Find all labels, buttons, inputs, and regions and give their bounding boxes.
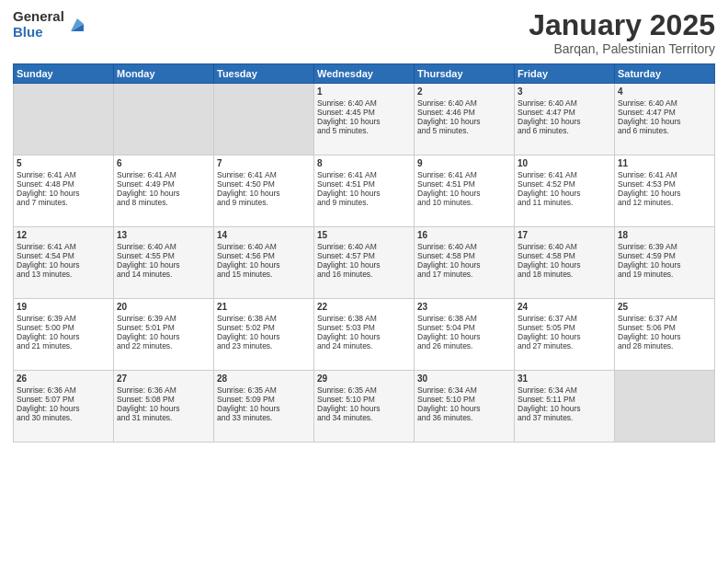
calendar-cell: 20Sunrise: 6:39 AMSunset: 5:01 PMDayligh… [114,299,214,371]
day-number: 7 [217,158,311,168]
day-info: and 13 minutes. [17,270,110,279]
day-info: and 18 minutes. [518,270,611,279]
day-info: Daylight: 10 hours [17,260,110,270]
calendar-cell: 26Sunrise: 6:36 AMSunset: 5:07 PMDayligh… [14,371,114,442]
day-info: and 23 minutes. [217,341,311,350]
day-info: Sunrise: 6:34 AM [518,385,611,395]
day-info: Sunset: 4:47 PM [618,108,711,117]
day-info: Sunset: 5:10 PM [417,395,511,404]
day-info: Sunrise: 6:38 AM [417,314,511,323]
day-info: and 8 minutes. [117,198,210,207]
day-info: Sunrise: 6:39 AM [618,242,711,251]
day-info: and 21 minutes. [17,341,110,350]
day-info: and 28 minutes. [618,341,711,350]
day-number: 30 [417,373,511,384]
day-info: Sunrise: 6:41 AM [417,170,511,179]
day-info: Daylight: 10 hours [518,117,611,126]
day-info: and 10 minutes. [417,198,511,207]
title-block: January 2025 Barqan, Palestinian Territo… [529,9,715,56]
day-info: Sunset: 5:03 PM [317,323,411,332]
day-info: and 11 minutes. [518,198,611,207]
calendar-cell: 11Sunrise: 6:41 AMSunset: 4:53 PMDayligh… [615,155,715,227]
day-info: Sunrise: 6:34 AM [417,385,511,395]
day-info: and 36 minutes. [417,413,511,422]
day-info: Sunrise: 6:35 AM [217,385,311,395]
day-number: 10 [518,158,611,168]
header: General Blue January 2025 Barqan, Palest… [13,9,715,56]
day-number: 11 [618,158,711,168]
day-info: Sunset: 5:10 PM [317,395,411,404]
location-text: Barqan, Palestinian Territory [529,41,715,56]
calendar-cell: 16Sunrise: 6:40 AMSunset: 4:58 PMDayligh… [415,227,515,299]
day-info: Sunrise: 6:40 AM [117,242,210,251]
day-info: Sunset: 4:52 PM [518,179,611,189]
calendar-cell: 13Sunrise: 6:40 AMSunset: 4:55 PMDayligh… [114,227,214,299]
day-info: Sunset: 5:08 PM [117,395,210,404]
day-info: and 19 minutes. [618,270,711,279]
day-info: Daylight: 10 hours [518,332,611,341]
day-info: and 22 minutes. [117,341,210,350]
col-monday: Monday [114,64,214,84]
day-info: and 14 minutes. [117,270,210,279]
col-thursday: Thursday [415,64,515,84]
calendar-cell [114,84,214,155]
day-info: Sunset: 4:58 PM [518,251,611,260]
day-info: Sunrise: 6:40 AM [518,98,611,108]
day-info: Sunset: 5:07 PM [17,395,110,404]
day-info: and 5 minutes. [317,126,411,135]
day-number: 26 [17,373,110,384]
day-info: Sunset: 5:11 PM [518,395,611,404]
day-number: 12 [17,230,110,240]
day-number: 6 [117,158,210,168]
header-row: Sunday Monday Tuesday Wednesday Thursday… [14,64,715,84]
day-info: Sunrise: 6:40 AM [417,242,511,251]
day-info: Sunset: 5:01 PM [117,323,210,332]
day-info: Sunset: 4:58 PM [417,251,511,260]
day-info: Sunset: 4:59 PM [618,251,711,260]
calendar-cell: 19Sunrise: 6:39 AMSunset: 5:00 PMDayligh… [14,299,114,371]
day-number: 16 [417,230,511,240]
day-info: Sunset: 4:54 PM [17,251,110,260]
day-info: Sunset: 5:00 PM [17,323,110,332]
day-info: and 27 minutes. [518,341,611,350]
logo-blue-text: Blue [13,25,64,40]
col-tuesday: Tuesday [214,64,314,84]
day-info: and 6 minutes. [518,126,611,135]
day-info: Sunset: 4:51 PM [317,179,411,189]
calendar-cell: 29Sunrise: 6:35 AMSunset: 5:10 PMDayligh… [314,371,415,442]
day-info: Daylight: 10 hours [417,404,511,413]
day-info: Sunrise: 6:40 AM [317,98,411,108]
calendar-cell [615,371,715,442]
calendar-week-2: 5Sunrise: 6:41 AMSunset: 4:48 PMDaylight… [14,155,715,227]
day-info: and 16 minutes. [317,270,411,279]
day-number: 21 [217,302,311,312]
day-info: Sunrise: 6:41 AM [17,170,110,179]
day-number: 4 [618,86,711,97]
calendar-cell: 12Sunrise: 6:41 AMSunset: 4:54 PMDayligh… [14,227,114,299]
day-info: Sunrise: 6:36 AM [117,385,210,395]
day-info: Daylight: 10 hours [317,404,411,413]
day-info: and 31 minutes. [117,413,210,422]
calendar-cell: 14Sunrise: 6:40 AMSunset: 4:56 PMDayligh… [214,227,314,299]
calendar-cell: 23Sunrise: 6:38 AMSunset: 5:04 PMDayligh… [415,299,515,371]
col-sunday: Sunday [14,64,114,84]
calendar-cell: 22Sunrise: 6:38 AMSunset: 5:03 PMDayligh… [314,299,415,371]
day-info: Daylight: 10 hours [17,332,110,341]
calendar-cell [14,84,114,155]
day-number: 19 [17,302,110,312]
day-info: Daylight: 10 hours [317,332,411,341]
day-info: Daylight: 10 hours [618,189,711,198]
day-info: Sunrise: 6:40 AM [317,242,411,251]
day-info: Sunrise: 6:41 AM [518,170,611,179]
day-info: Sunrise: 6:38 AM [217,314,311,323]
day-info: Sunset: 4:49 PM [117,179,210,189]
calendar-cell: 17Sunrise: 6:40 AMSunset: 4:58 PMDayligh… [515,227,615,299]
day-info: Daylight: 10 hours [518,260,611,270]
month-title: January 2025 [529,9,715,41]
day-info: Sunrise: 6:35 AM [317,385,411,395]
day-info: Sunrise: 6:41 AM [217,170,311,179]
day-info: Daylight: 10 hours [17,404,110,413]
day-info: Sunset: 4:57 PM [317,251,411,260]
calendar-week-5: 26Sunrise: 6:36 AMSunset: 5:07 PMDayligh… [14,371,715,442]
day-info: and 6 minutes. [618,126,711,135]
